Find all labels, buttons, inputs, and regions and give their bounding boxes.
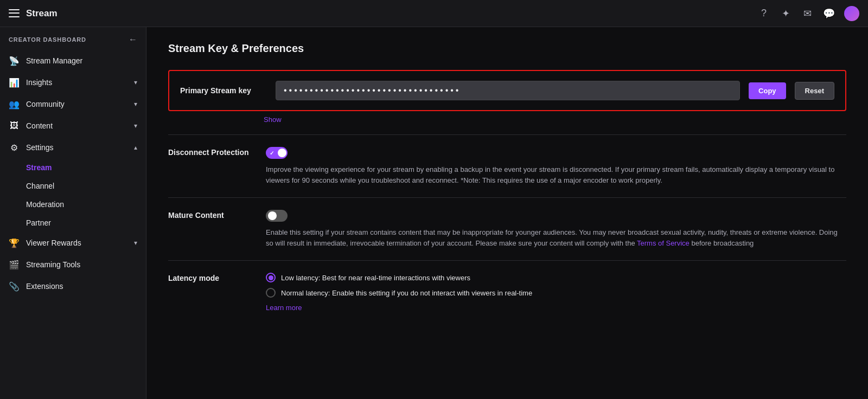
mature-content-desc: Enable this setting if your stream conta… (266, 227, 846, 248)
latency-mode-content: Low latency: Best for near real-time int… (266, 273, 846, 312)
sidebar-item-content[interactable]: 🖼 Content ▾ (0, 115, 146, 137)
stream-key-label: Primary Stream key (180, 86, 267, 95)
toggle-thumb (278, 149, 286, 157)
topbar-left: Stream (9, 8, 757, 19)
avatar[interactable] (844, 6, 859, 21)
disconnect-protection-toggle[interactable]: ✓ (266, 147, 288, 159)
mail-icon[interactable]: ✉ (801, 7, 814, 20)
normal-latency-radio[interactable] (266, 288, 276, 298)
tos-link[interactable]: Terms of Service (637, 239, 690, 247)
sidebar: CREATOR DASHBOARD ← 📡 Stream Manager 📊 I… (0, 27, 146, 399)
insights-icon: 📊 (9, 77, 20, 88)
sidebar-item-settings[interactable]: ⚙ Settings ▴ (0, 137, 146, 158)
toggle-check-icon: ✓ (270, 150, 274, 156)
sidebar-item-stream-manager-label: Stream Manager (26, 56, 82, 65)
stream-manager-icon: 📡 (9, 55, 20, 66)
mature-content-label: Mature Content (168, 210, 255, 248)
sidebar-sub-item-stream-label: Stream (26, 163, 52, 172)
disconnect-protection-desc: Improve the viewing experience for your … (266, 164, 846, 185)
content-icon: 🖼 (9, 120, 20, 131)
reset-button[interactable]: Reset (795, 82, 834, 100)
page-title: Stream Key & Preferences (168, 42, 846, 55)
sidebar-item-streaming-tools[interactable]: 🎬 Streaming Tools (0, 254, 146, 275)
disconnect-toggle-wrap: ✓ (266, 147, 846, 159)
community-icon: 👥 (9, 99, 20, 110)
learn-more-link[interactable]: Learn more (266, 304, 302, 312)
disconnect-protection-section: Disconnect Protection ✓ Improve the view… (168, 134, 846, 197)
latency-mode-section: Latency mode Low latency: Best for near … (168, 260, 846, 324)
magic-icon[interactable]: ✦ (779, 7, 792, 20)
sidebar-item-viewer-rewards[interactable]: 🏆 Viewer Rewards ▾ (0, 232, 146, 254)
chevron-down-icon: ▾ (134, 100, 137, 108)
chevron-down-icon: ▾ (134, 122, 137, 130)
sidebar-item-extensions[interactable]: 📎 Extensions (0, 275, 146, 297)
chevron-down-icon: ▾ (134, 79, 137, 86)
toggle-thumb (268, 211, 277, 220)
topbar-title: Stream (26, 8, 58, 19)
chevron-down-icon: ▾ (134, 239, 137, 247)
sidebar-item-stream-manager[interactable]: 📡 Stream Manager (0, 50, 146, 72)
extensions-icon: 📎 (9, 281, 20, 292)
mature-toggle-wrap (266, 210, 846, 222)
low-latency-option[interactable]: Low latency: Best for near real-time int… (266, 273, 846, 282)
sidebar-sub-item-moderation[interactable]: Moderation (0, 195, 146, 214)
sidebar-item-viewer-rewards-label: Viewer Rewards (26, 239, 81, 247)
collapse-icon[interactable]: ← (129, 35, 137, 44)
viewer-rewards-icon: 🏆 (9, 237, 20, 248)
sidebar-sub-item-channel-label: Channel (26, 182, 54, 190)
sidebar-item-streaming-tools-label: Streaming Tools (26, 260, 80, 269)
disconnect-protection-label: Disconnect Protection (168, 147, 255, 185)
normal-latency-option[interactable]: Normal latency: Enable this setting if y… (266, 288, 846, 298)
sidebar-sub-item-partner[interactable]: Partner (0, 214, 146, 232)
stream-key-input[interactable] (276, 81, 740, 100)
sidebar-item-extensions-label: Extensions (26, 282, 63, 291)
sidebar-item-settings-label: Settings (26, 143, 54, 152)
sidebar-header-label: CREATOR DASHBOARD (9, 36, 86, 43)
sidebar-item-insights-label: Insights (26, 78, 52, 87)
main-layout: CREATOR DASHBOARD ← 📡 Stream Manager 📊 I… (0, 27, 868, 399)
topbar-right: ? ✦ ✉ 💬 (757, 6, 859, 21)
sidebar-sub-item-moderation-label: Moderation (26, 200, 64, 209)
mature-content-content: Enable this setting if your stream conta… (266, 210, 846, 248)
chat-icon[interactable]: 💬 (822, 7, 835, 20)
main-content: Stream Key & Preferences Primary Stream … (146, 27, 868, 399)
latency-mode-label: Latency mode (168, 273, 255, 312)
sidebar-sub-item-stream[interactable]: Stream (0, 158, 146, 177)
help-icon[interactable]: ? (757, 7, 770, 20)
menu-button[interactable] (9, 8, 20, 19)
chevron-up-icon: ▴ (134, 144, 137, 151)
stream-key-section: Primary Stream key Copy Reset (168, 70, 846, 111)
sidebar-sub-item-partner-label: Partner (26, 218, 51, 227)
sidebar-item-insights[interactable]: 📊 Insights ▾ (0, 72, 146, 93)
disconnect-protection-content: ✓ Improve the viewing experience for you… (266, 147, 846, 185)
topbar: Stream ? ✦ ✉ 💬 (0, 0, 868, 27)
sidebar-sub-item-channel[interactable]: Channel (0, 177, 146, 195)
streaming-tools-icon: 🎬 (9, 259, 20, 270)
copy-button[interactable]: Copy (749, 82, 786, 99)
normal-latency-label: Normal latency: Enable this setting if y… (281, 289, 532, 297)
show-link[interactable]: Show (264, 115, 846, 124)
mature-content-toggle[interactable] (266, 210, 288, 222)
sidebar-item-community[interactable]: 👥 Community ▾ (0, 93, 146, 115)
settings-icon: ⚙ (9, 142, 20, 153)
low-latency-radio[interactable] (266, 273, 276, 282)
sidebar-item-community-label: Community (26, 100, 65, 108)
sidebar-header: CREATOR DASHBOARD ← (0, 27, 146, 50)
low-latency-label: Low latency: Best for near real-time int… (281, 274, 470, 282)
mature-content-section: Mature Content Enable this setting if yo… (168, 197, 846, 260)
sidebar-item-content-label: Content (26, 121, 53, 130)
